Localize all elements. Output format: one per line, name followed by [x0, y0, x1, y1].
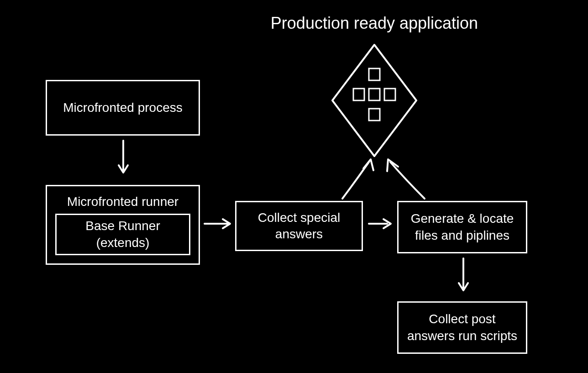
node-collect-post: Collect post answers run scripts [397, 301, 527, 354]
node-microfrontend-process: Microfronted process [46, 80, 200, 136]
node-generate-locate: Generate & locate files and piplines [397, 201, 527, 253]
svg-rect-2 [369, 89, 380, 100]
production-app-icon [329, 41, 420, 160]
node-base-runner: Base Runner (extends) [55, 214, 190, 255]
node-microfrontend-runner: Microfronted runner Base Runner (extends… [46, 185, 200, 265]
svg-rect-1 [353, 89, 364, 100]
node-collect-special: Collect special answers [235, 201, 363, 251]
arrow-right-icon [201, 215, 237, 233]
node-label: Microfronted runner [67, 194, 178, 210]
svg-rect-0 [369, 68, 380, 80]
arrow-up-left-icon [329, 153, 420, 203]
arrow-up-right-icon [365, 153, 457, 203]
arrow-right-icon [365, 215, 397, 233]
node-label: Base Runner (extends) [85, 219, 160, 249]
node-label: Generate & locate files and piplines [407, 210, 518, 244]
diagram-title: Production ready application [269, 14, 479, 33]
node-label: Collect post answers run scripts [407, 311, 518, 344]
arrow-down-icon [454, 255, 472, 300]
svg-rect-4 [369, 109, 380, 121]
arrow-down-icon [114, 137, 132, 183]
svg-rect-3 [384, 89, 395, 100]
node-label: Collect special answers [245, 210, 353, 243]
node-label: Microfronted process [63, 100, 182, 116]
